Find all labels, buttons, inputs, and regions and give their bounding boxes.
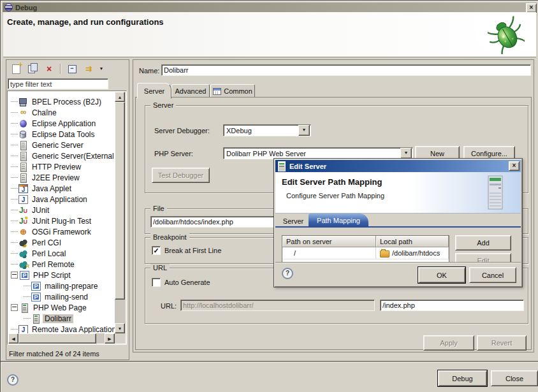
junit-icon bbox=[18, 206, 28, 215]
server-icon bbox=[18, 173, 28, 182]
toolbar-separator bbox=[60, 64, 61, 74]
server-icon bbox=[278, 161, 286, 171]
debug-dialog-window: Debug Create, manage, and run configurat… bbox=[0, 0, 538, 392]
tree-item-http-preview[interactable]: HTTP Preview bbox=[8, 161, 115, 172]
tree-item-dolibarr[interactable]: Dolibarr bbox=[8, 313, 115, 324]
bpel-icon bbox=[18, 98, 28, 106]
server-debugger-select[interactable]: XDebug bbox=[223, 124, 311, 136]
tab-path-mapping-label: Path Mapping bbox=[317, 217, 360, 224]
collapse-minus-icon[interactable] bbox=[11, 272, 18, 279]
local-path-cell: /dolibarr/htdocs bbox=[376, 247, 449, 259]
dialog-help-icon[interactable] bbox=[282, 268, 293, 279]
tree-connector bbox=[11, 199, 18, 200]
tree-item-label: BPEL Process (B2J) bbox=[30, 98, 103, 106]
column-header-path-on-server[interactable]: Path on server bbox=[282, 236, 376, 247]
tree-item-label: Perl Remote bbox=[30, 260, 76, 269]
tree-item-java-applet[interactable]: Java Applet bbox=[8, 183, 115, 194]
tree-item-eclipse-application[interactable]: Eclipse Application bbox=[8, 118, 115, 129]
url-path-input[interactable] bbox=[380, 300, 524, 311]
revert-button[interactable]: Revert bbox=[477, 335, 527, 351]
tree-item-label: OSGi Framework bbox=[30, 228, 93, 236]
tree-item-osgi-framework[interactable]: OSGi Framework bbox=[8, 226, 115, 237]
php-file-icon bbox=[31, 293, 41, 301]
tree-item-label: HTTP Preview bbox=[30, 163, 83, 171]
tree-item-j2ee-preview[interactable]: J2EE Preview bbox=[8, 172, 115, 183]
break-first-line-checkbox[interactable] bbox=[152, 246, 161, 255]
ok-button[interactable]: OK bbox=[418, 267, 465, 283]
tree-item-generic-server-external-la[interactable]: Generic Server(External La bbox=[8, 150, 115, 161]
tree-connector bbox=[11, 264, 18, 265]
name-input[interactable] bbox=[161, 64, 531, 76]
tree-item-generic-server[interactable]: Generic Server bbox=[8, 140, 115, 150]
chevron-down-icon[interactable] bbox=[400, 148, 412, 159]
tree-item-php-web-page[interactable]: PHP Web Page bbox=[8, 302, 115, 313]
add-mapping-button[interactable]: Add bbox=[455, 235, 511, 250]
vertical-scroll-thumb[interactable] bbox=[115, 102, 125, 300]
tree-item-junit-plug-in-test[interactable]: JUnit Plug-in Test bbox=[8, 215, 115, 226]
apply-button[interactable]: Apply bbox=[423, 335, 474, 351]
toolbar-dropdown-caret-icon[interactable] bbox=[98, 62, 105, 75]
tree-item-bpel-process-b2j-[interactable]: BPEL Process (B2J) bbox=[8, 96, 115, 107]
tree-item-label: JUnit Plug-in Test bbox=[30, 217, 93, 226]
tree-vertical-scrollbar[interactable]: ▲ ▼ bbox=[115, 92, 126, 333]
delete-configuration-button[interactable] bbox=[42, 62, 56, 75]
close-button[interactable]: Close bbox=[491, 370, 538, 386]
filter-icon bbox=[85, 65, 92, 73]
tree-item-mailing-send[interactable]: mailing-send bbox=[8, 291, 115, 302]
filter-button[interactable] bbox=[82, 62, 96, 75]
tree-item-perl-local[interactable]: Perl Local bbox=[8, 248, 115, 259]
column-header-local-path[interactable]: Local path bbox=[376, 236, 449, 247]
file-group-legend: File bbox=[150, 205, 167, 212]
tree-item-junit[interactable]: JUnit bbox=[8, 205, 115, 215]
tab-path-mapping[interactable]: Path Mapping bbox=[309, 214, 368, 227]
tree-item-perl-remote[interactable]: Perl Remote bbox=[8, 259, 115, 270]
server-tower-icon bbox=[484, 175, 507, 212]
footer-separator bbox=[1, 361, 538, 363]
collapse-all-button[interactable] bbox=[65, 62, 79, 75]
tab-advanced[interactable]: Advanced bbox=[171, 84, 210, 98]
tree-item-label: Generic Server bbox=[30, 141, 85, 150]
server-icon bbox=[18, 141, 28, 150]
scroll-right-icon[interactable]: ▶ bbox=[105, 333, 115, 344]
help-icon[interactable] bbox=[7, 374, 18, 386]
scroll-left-icon[interactable]: ◀ bbox=[8, 333, 18, 344]
tree-item-mailing-prepare[interactable]: mailing-prepare bbox=[8, 280, 115, 291]
tab-server-settings-label: Server bbox=[283, 217, 303, 225]
collapse-minus-icon[interactable] bbox=[11, 304, 18, 311]
test-debugger-button[interactable]: Test Debugger bbox=[152, 168, 210, 183]
tree-item-eclipse-data-tools[interactable]: Eclipse Data Tools bbox=[8, 129, 115, 140]
server-icon bbox=[18, 152, 28, 161]
tree-item-label: Chaîne bbox=[30, 108, 59, 117]
perl-cgi-icon bbox=[18, 238, 28, 247]
remote-java-icon bbox=[18, 325, 28, 334]
window-title: Debug bbox=[15, 4, 37, 11]
filter-input[interactable] bbox=[8, 78, 108, 89]
banner: Create, manage, and run configurations bbox=[3, 12, 536, 57]
tab-common[interactable]: Common bbox=[210, 84, 255, 98]
scroll-down-icon[interactable]: ▼ bbox=[115, 323, 125, 333]
chevron-down-icon[interactable] bbox=[298, 125, 310, 136]
horizontal-scroll-thumb[interactable] bbox=[18, 333, 96, 344]
path-mapping-row[interactable]: //dolibarr/htdocs bbox=[282, 247, 449, 259]
close-window-button[interactable] bbox=[526, 3, 537, 13]
url-base-input[interactable] bbox=[180, 300, 375, 311]
duplicate-configuration-button[interactable] bbox=[25, 62, 40, 75]
tab-server[interactable]: Server bbox=[137, 83, 171, 99]
debug-button[interactable]: Debug bbox=[438, 370, 487, 386]
tree-item-label: Eclipse Application bbox=[30, 119, 98, 128]
tree-item-php-script[interactable]: PHP Script bbox=[8, 270, 115, 280]
tab-server-settings[interactable]: Server bbox=[279, 215, 307, 227]
tree-connector bbox=[11, 210, 18, 210]
breakpoint-group-legend: Breakpoint bbox=[150, 233, 189, 241]
close-edit-server-button[interactable] bbox=[509, 161, 520, 171]
new-configuration-button[interactable] bbox=[9, 62, 23, 75]
configurations-tree: BPEL Process (B2J)ChaîneEclipse Applicat… bbox=[7, 91, 127, 345]
tree-item-java-application[interactable]: Java Application bbox=[8, 194, 115, 205]
cancel-button[interactable]: Cancel bbox=[469, 267, 516, 283]
scroll-up-icon[interactable]: ▲ bbox=[115, 92, 125, 102]
tree-connector bbox=[11, 156, 18, 156]
tree-item-perl-cgi[interactable]: Perl CGI bbox=[8, 237, 115, 248]
tree-horizontal-scrollbar[interactable]: ◀ ▶ bbox=[8, 333, 115, 344]
tree-item-cha-ne[interactable]: Chaîne bbox=[8, 107, 115, 118]
auto-generate-checkbox[interactable] bbox=[152, 278, 161, 287]
